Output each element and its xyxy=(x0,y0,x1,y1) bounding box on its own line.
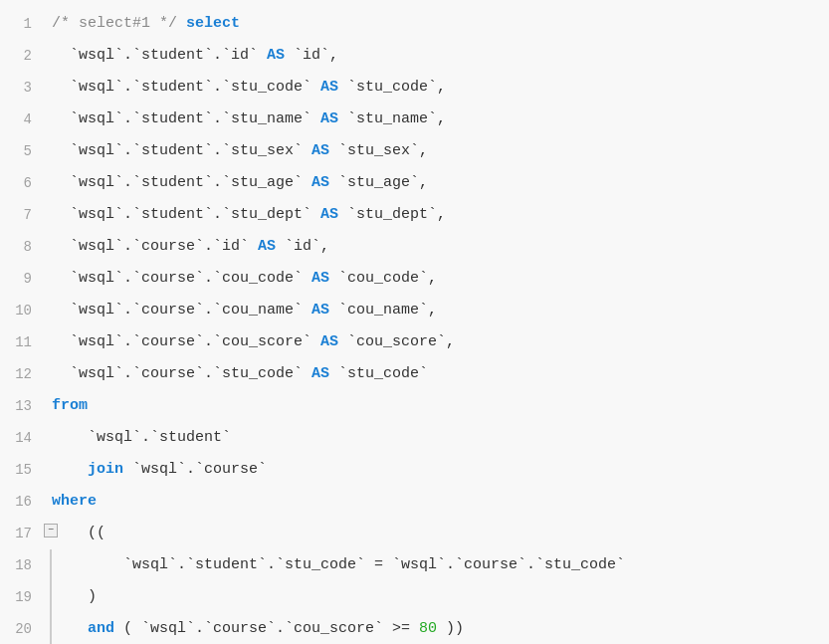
line-content: where xyxy=(48,486,829,518)
code-line: 2 `wsql`.`student`.`id` AS `id`, xyxy=(0,40,829,72)
token-plain: `wsql`.`course`.`id` xyxy=(52,238,258,255)
token-plain: `cou_name`, xyxy=(329,302,437,319)
token-kw-as: AS xyxy=(320,333,338,350)
token-plain: `id`, xyxy=(276,238,329,255)
token-plain: `stu_sex`, xyxy=(329,142,428,159)
line-number: 13 xyxy=(0,390,48,422)
code-line: 8 `wsql`.`course`.`id` AS `id`, xyxy=(0,231,829,263)
line-content: (( xyxy=(48,518,829,549)
token-plain: `id`, xyxy=(285,47,338,64)
token-kw-as: AS xyxy=(311,302,329,319)
line-content: ) xyxy=(48,581,829,613)
token-plain: `wsql`.`student` xyxy=(52,429,231,446)
token-kw-as: AS xyxy=(258,238,276,255)
line-number: 3 xyxy=(0,72,48,104)
token-plain: `wsql`.`course`.`stu_code` xyxy=(52,365,311,382)
line-number: 2 xyxy=(0,40,48,72)
line-number: 14 xyxy=(0,422,48,454)
code-line: 20 and ( `wsql`.`course`.`cou_score` >= … xyxy=(0,613,829,644)
token-plain: `wsql`.`student`.`stu_code` = `wsql`.`co… xyxy=(52,556,625,573)
token-kw-as: AS xyxy=(267,47,285,64)
line-number: 20 xyxy=(0,613,48,644)
token-kw-as: AS xyxy=(320,79,338,96)
code-line: 3 `wsql`.`student`.`stu_code` AS `stu_co… xyxy=(0,72,829,104)
line-number: 7 xyxy=(0,199,48,231)
fold-bar xyxy=(50,549,52,581)
token-plain: `wsql`.`student`.`stu_age` xyxy=(52,174,311,191)
token-plain: )) xyxy=(437,620,464,637)
code-line: 13from xyxy=(0,390,829,422)
line-content: `wsql`.`student`.`stu_code` = `wsql`.`co… xyxy=(48,549,829,581)
token-plain: `wsql`.`course`.`cou_name` xyxy=(52,302,311,319)
line-content: `wsql`.`course`.`id` AS `id`, xyxy=(48,231,829,263)
token-kw-as: AS xyxy=(311,365,329,382)
line-number: 8 xyxy=(0,231,48,263)
token-kw-as: AS xyxy=(311,174,329,191)
code-line: 14 `wsql`.`student` xyxy=(0,422,829,454)
line-number: 12 xyxy=(0,358,48,390)
line-number: 11 xyxy=(0,326,48,358)
code-line: 4 `wsql`.`student`.`stu_name` AS `stu_na… xyxy=(0,104,829,135)
line-content: /* select#1 */ select xyxy=(48,8,829,40)
line-content: `wsql`.`course`.`cou_name` AS `cou_name`… xyxy=(48,295,829,326)
code-line: 9 `wsql`.`course`.`cou_code` AS `cou_cod… xyxy=(0,263,829,295)
line-content: from xyxy=(48,390,829,422)
token-plain: `stu_code`, xyxy=(338,79,446,96)
fold-bar xyxy=(50,581,52,613)
token-kw-select: select xyxy=(186,15,240,32)
line-content: `wsql`.`student`.`stu_code` AS `stu_code… xyxy=(48,72,829,104)
line-content: `wsql`.`student` xyxy=(48,422,829,454)
line-number: 5 xyxy=(0,135,48,167)
line-content: `wsql`.`course`.`cou_score` AS `cou_scor… xyxy=(48,326,829,358)
token-kw-number: 80 xyxy=(419,620,437,637)
token-plain: `wsql`.`student`.`stu_sex` xyxy=(52,142,311,159)
token-plain: `wsql`.`student`.`id` xyxy=(52,47,267,64)
code-line: 10 `wsql`.`course`.`cou_name` AS `cou_na… xyxy=(0,295,829,326)
code-line: 6 `wsql`.`student`.`stu_age` AS `stu_age… xyxy=(0,167,829,199)
token-comment: /* select#1 */ xyxy=(52,15,186,32)
token-plain: `wsql`.`course`.`cou_code` xyxy=(52,270,311,287)
token-plain: `stu_age`, xyxy=(329,174,428,191)
line-number: 16 xyxy=(0,486,48,518)
code-line: 15 join `wsql`.`course` xyxy=(0,454,829,486)
line-number: 18 xyxy=(0,549,48,581)
line-number: 9 xyxy=(0,263,48,295)
line-content: `wsql`.`course`.`cou_code` AS `cou_code`… xyxy=(48,263,829,295)
token-kw-as: AS xyxy=(311,270,329,287)
token-kw-as: AS xyxy=(320,110,338,127)
code-line: 18 `wsql`.`student`.`stu_code` = `wsql`.… xyxy=(0,549,829,581)
token-plain: ( `wsql`.`course`.`cou_score` >= xyxy=(114,620,419,637)
code-line: 5 `wsql`.`student`.`stu_sex` AS `stu_sex… xyxy=(0,135,829,167)
fold-icon[interactable]: − xyxy=(44,524,58,537)
token-plain: ) xyxy=(52,588,97,605)
code-line: 7 `wsql`.`student`.`stu_dept` AS `stu_de… xyxy=(0,199,829,231)
token-plain: `stu_code` xyxy=(329,365,428,382)
token-plain xyxy=(52,461,88,478)
token-plain: `stu_dept`, xyxy=(338,206,446,223)
token-kw-and: and xyxy=(88,620,114,637)
line-content: `wsql`.`student`.`stu_name` AS `stu_name… xyxy=(48,104,829,135)
line-number: 10 xyxy=(0,295,48,326)
token-plain: `cou_score`, xyxy=(338,333,455,350)
token-kw-as: AS xyxy=(320,206,338,223)
line-content: `wsql`.`student`.`id` AS `id`, xyxy=(48,40,829,72)
line-number: 6 xyxy=(0,167,48,199)
token-kw-where: where xyxy=(52,493,97,510)
line-number: 15 xyxy=(0,454,48,486)
token-plain: `cou_code`, xyxy=(329,270,437,287)
code-line: 11 `wsql`.`course`.`cou_score` AS `cou_s… xyxy=(0,326,829,358)
token-plain: `wsql`.`student`.`stu_code` xyxy=(52,79,320,96)
code-editor: 1/* select#1 */ select2 `wsql`.`student`… xyxy=(0,0,829,644)
line-content: `wsql`.`course`.`stu_code` AS `stu_code` xyxy=(48,358,829,390)
token-plain: (( xyxy=(52,525,105,541)
line-content: `wsql`.`student`.`stu_dept` AS `stu_dept… xyxy=(48,199,829,231)
line-number: 17 xyxy=(0,518,48,549)
token-plain xyxy=(52,620,88,637)
line-number: 19 xyxy=(0,581,48,613)
line-content: join `wsql`.`course` xyxy=(48,454,829,486)
fold-bar xyxy=(50,613,52,644)
token-kw-from: from xyxy=(52,397,88,414)
token-kw-as: AS xyxy=(311,142,329,159)
line-content: `wsql`.`student`.`stu_sex` AS `stu_sex`, xyxy=(48,135,829,167)
token-plain: `wsql`.`course` xyxy=(123,461,267,478)
